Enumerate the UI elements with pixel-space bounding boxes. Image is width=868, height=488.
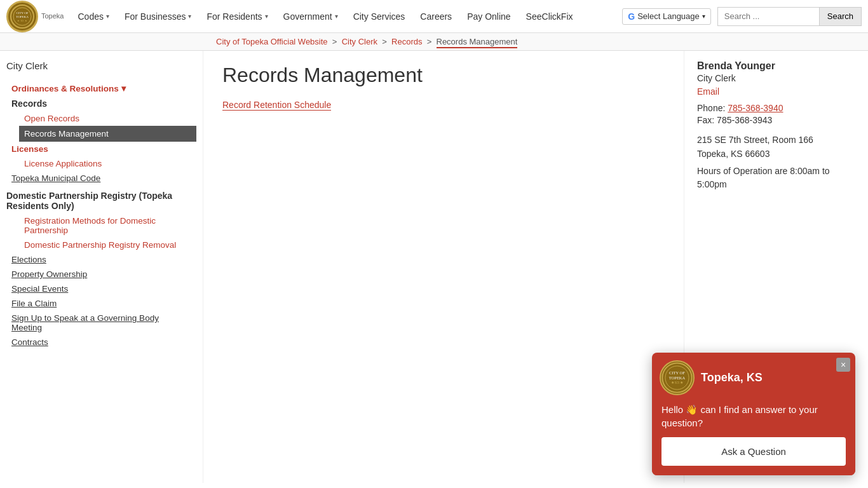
- main-content: Records Management Record Retention Sche…: [203, 51, 684, 483]
- nav-items: Codes ▾ For Businesses ▾ For Residents ▾…: [70, 0, 622, 33]
- contact-address: 215 SE 7th Street, Room 166 Topeka, KS 6…: [697, 133, 855, 161]
- sidebar-item-sign-up[interactable]: Sign Up to Speak at a Governing Body Mee…: [6, 311, 196, 335]
- chat-close-button[interactable]: ×: [836, 358, 850, 372]
- nav-item-careers[interactable]: Careers: [412, 0, 459, 33]
- nav-item-pay-online[interactable]: Pay Online: [459, 0, 518, 33]
- sidebar-item-open-records[interactable]: Open Records: [19, 111, 196, 126]
- chat-city-name: Topeka, KS: [701, 371, 763, 384]
- sidebar-item-contracts[interactable]: Contracts: [6, 335, 196, 349]
- contact-role: City Clerk: [697, 73, 855, 83]
- nav-item-residents[interactable]: For Residents ▾: [199, 0, 275, 33]
- chat-body: Hello 👋 can I find an answer to your que…: [652, 403, 855, 475]
- contact-email-link[interactable]: Email: [697, 86, 719, 97]
- sidebar-item-ordinances-label: Ordinances & Resolutions ▾: [11, 84, 126, 93]
- contact-fax: Fax: 785-368-3943: [697, 115, 855, 125]
- svg-text:★ KS ★: ★ KS ★: [17, 19, 27, 22]
- contact-name: Brenda Younger: [697, 60, 855, 72]
- nav-item-seeclickfix[interactable]: SeeClickFix: [519, 0, 581, 33]
- chat-message: Hello 👋 can I find an answer to your que…: [661, 403, 846, 430]
- sidebar-item-elections[interactable]: Elections: [6, 252, 196, 267]
- contact-hours: Hours of Operation are 8:00am to 5:00pm: [697, 165, 855, 191]
- svg-text:TOPEKA: TOPEKA: [16, 15, 29, 18]
- page-title: Records Management: [222, 64, 665, 87]
- chat-header: CITY OF TOPEKA ★ KS ★ Topeka, KS: [652, 353, 855, 403]
- breadcrumb-link-records[interactable]: Records: [391, 37, 422, 46]
- breadcrumb-current: Records Management: [437, 37, 518, 48]
- sidebar-domestic-partnership-title: Domestic Partnership Registry (Topeka Re…: [6, 191, 196, 211]
- search-area: Search: [717, 7, 862, 26]
- nav-item-businesses[interactable]: For Businesses ▾: [117, 0, 199, 33]
- nav-item-city-services[interactable]: City Services: [346, 0, 413, 33]
- sidebar-item-municipal-code[interactable]: Topeka Municipal Code: [6, 171, 196, 186]
- sidebar-item-file-a-claim[interactable]: File a Claim: [6, 296, 196, 311]
- sidebar-item-licenses[interactable]: Licenses: [6, 142, 196, 156]
- google-translate-button[interactable]: G Select Language ▾: [622, 8, 710, 25]
- city-seal: CITY OF TOPEKA ★ KS ★: [6, 1, 38, 32]
- sidebar-item-registry-removal[interactable]: Domestic Partnership Registry Removal: [19, 238, 196, 252]
- chevron-down-icon: ▾: [106, 13, 109, 20]
- chat-avatar: CITY OF TOPEKA ★ KS ★: [660, 360, 695, 395]
- search-input[interactable]: [717, 7, 819, 26]
- ask-question-button[interactable]: Ask a Question: [661, 437, 846, 466]
- sidebar-records-section-label: Records: [6, 96, 196, 111]
- sidebar-item-ordinances[interactable]: Ordinances & Resolutions ▾: [6, 81, 196, 96]
- nav-right: G Select Language ▾ Search: [622, 7, 862, 26]
- sidebar-sub-domestic: Registration Methods for Domestic Partne…: [6, 214, 196, 252]
- sidebar-item-license-applications[interactable]: License Applications: [19, 156, 196, 171]
- address-line2: Topeka, KS 66603: [697, 147, 855, 161]
- chevron-down-icon: ▾: [188, 13, 191, 20]
- chevron-down-icon: ▾: [335, 13, 338, 20]
- breadcrumb-link-city-clerk[interactable]: City Clerk: [342, 37, 377, 46]
- sidebar-sub-records: Open Records Records Management: [6, 111, 196, 142]
- svg-text:CITY OF: CITY OF: [669, 370, 685, 375]
- nav-item-government[interactable]: Government ▾: [276, 0, 346, 33]
- sidebar-item-records-management[interactable]: Records Management: [19, 126, 196, 142]
- chevron-down-icon: ▾: [702, 13, 705, 20]
- sidebar-item-property-ownership[interactable]: Property Ownership: [6, 267, 196, 281]
- search-button[interactable]: Search: [819, 7, 862, 26]
- svg-text:TOPEKA: TOPEKA: [669, 376, 686, 380]
- address-line1: 215 SE 7th Street, Room 166: [697, 133, 855, 147]
- contact-phone: Phone: 785-368-3940: [697, 103, 855, 113]
- google-g-icon: G: [628, 11, 635, 22]
- svg-text:CITY OF: CITY OF: [16, 11, 28, 15]
- breadcrumb-link-home[interactable]: City of Topeka Official Website: [216, 37, 328, 46]
- breadcrumb: City of Topeka Official Website > City C…: [0, 33, 868, 51]
- chevron-down-icon: ▾: [265, 13, 268, 20]
- sidebar-title: City Clerk: [6, 60, 196, 74]
- svg-text:★ KS ★: ★ KS ★: [671, 381, 684, 384]
- top-navigation: CITY OF TOPEKA ★ KS ★ Topeka Codes ▾ For…: [0, 0, 868, 33]
- site-title: Topeka: [41, 12, 64, 20]
- nav-item-codes[interactable]: Codes ▾: [70, 0, 116, 33]
- sidebar-item-special-events[interactable]: Special Events: [6, 281, 196, 296]
- chat-widget: × CITY OF TOPEKA ★ KS ★ Topeka, KS Hello…: [652, 353, 855, 475]
- sidebar: City Clerk Ordinances & Resolutions ▾ Re…: [0, 51, 203, 483]
- contact-phone-number: 785-368-3940: [728, 103, 783, 113]
- sidebar-sub-licenses: License Applications: [6, 156, 196, 171]
- logo-area: CITY OF TOPEKA ★ KS ★ Topeka: [6, 1, 64, 32]
- record-retention-schedule-link[interactable]: Record Retention Schedule: [222, 100, 331, 111]
- sidebar-item-registration-methods[interactable]: Registration Methods for Domestic Partne…: [19, 214, 196, 238]
